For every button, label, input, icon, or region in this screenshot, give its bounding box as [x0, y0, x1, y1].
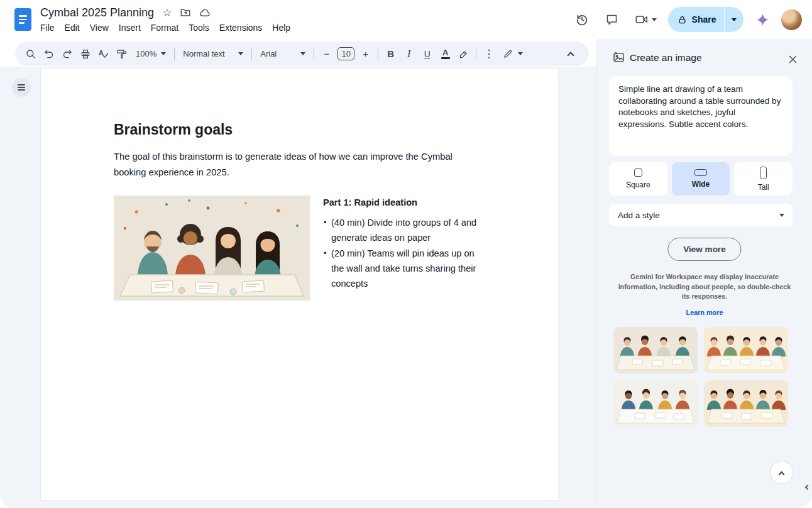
docs-logo-icon[interactable]: [14, 8, 31, 31]
generated-image-1[interactable]: [613, 327, 698, 373]
text-color-icon[interactable]: A: [437, 45, 454, 62]
view-more-button[interactable]: View more: [667, 238, 741, 261]
document-page[interactable]: Brainstorm goals The goal of this brains…: [40, 68, 559, 500]
search-icon[interactable]: [22, 45, 39, 62]
comments-icon[interactable]: [601, 8, 623, 31]
editing-mode-select[interactable]: [498, 45, 528, 62]
font-family-select[interactable]: Arial: [255, 45, 310, 62]
undo-icon[interactable]: [40, 45, 57, 62]
paragraph-style-select[interactable]: Normal text: [178, 45, 248, 62]
menu-file[interactable]: File: [35, 21, 60, 34]
toolbar-divider: [476, 48, 476, 60]
doc-right-column: Part 1: Rapid ideation (40 min) Divide i…: [323, 196, 479, 301]
aspect-tall-button[interactable]: Tall: [734, 162, 793, 196]
share-label: Share: [692, 14, 716, 25]
tall-shape-icon: [760, 167, 767, 179]
generated-images-grid: [613, 327, 788, 427]
version-history-icon[interactable]: [571, 8, 593, 31]
document-canvas: Brainstorm goals The goal of this brains…: [0, 67, 596, 508]
image-prompt-input[interactable]: Simple line art drawing of a team collab…: [618, 84, 783, 148]
aspect-square-button[interactable]: Square: [609, 162, 667, 196]
menu-bar: File Edit View Insert Format Tools Exten…: [35, 21, 295, 34]
google-docs-window: Cymbal 2025 Planning ☆ File Edit View In…: [0, 0, 812, 508]
document-title[interactable]: Cymbal 2025 Planning: [40, 6, 154, 19]
print-icon[interactable]: [77, 45, 94, 62]
doc-two-column-section: Part 1: Rapid ideation (40 min) Divide i…: [114, 196, 485, 301]
gemini-sparkle-icon[interactable]: [751, 8, 774, 31]
toolbar-divider: [251, 48, 252, 60]
aspect-ratio-group: Square Wide Tall: [609, 162, 793, 196]
pen-icon: [503, 48, 513, 59]
section-title[interactable]: Part 1: Rapid ideation: [323, 196, 479, 209]
team-illustration[interactable]: [114, 196, 310, 301]
cloud-status-icon[interactable]: [199, 7, 211, 19]
toolbar-divider: [378, 48, 378, 60]
generated-image-3[interactable]: [613, 380, 698, 427]
create-image-icon: [612, 51, 625, 67]
underline-icon[interactable]: U: [419, 45, 436, 62]
image-prompt-card: Simple line art drawing of a team collab…: [609, 76, 793, 156]
collapse-toolbar-icon[interactable]: [562, 45, 579, 62]
toolbar-divider: [314, 48, 314, 60]
learn-more-link[interactable]: Learn more: [597, 309, 812, 316]
add-style-select[interactable]: Add a style: [609, 204, 793, 226]
highlight-color-icon[interactable]: [455, 45, 472, 62]
increase-font-size-icon[interactable]: +: [357, 45, 374, 62]
wide-shape-icon: [694, 169, 707, 176]
panel-title: Create an image: [630, 52, 702, 64]
aspect-wide-button[interactable]: Wide: [672, 162, 730, 196]
formatting-toolbar: A 100% Normal text Arial − 10 + B I U A: [15, 41, 589, 66]
menu-view[interactable]: View: [85, 21, 114, 34]
menu-format[interactable]: Format: [146, 21, 184, 34]
create-image-panel: Create an image Simple line art drawing …: [596, 39, 812, 508]
menu-insert[interactable]: Insert: [114, 21, 146, 34]
paint-format-icon[interactable]: [113, 45, 130, 62]
generated-image-2[interactable]: [704, 327, 788, 373]
menu-help[interactable]: Help: [267, 21, 295, 34]
header-actions: Share: [571, 7, 802, 32]
bullet-list: (40 min) Divide into groups of 4 and gen…: [323, 215, 479, 291]
star-icon[interactable]: ☆: [162, 8, 172, 18]
generated-image-4[interactable]: [704, 380, 788, 427]
font-size-input[interactable]: 10: [337, 47, 354, 60]
menu-tools[interactable]: Tools: [184, 21, 214, 34]
square-shape-icon: [634, 168, 642, 177]
document-outline-button[interactable]: [12, 78, 31, 97]
move-folder-icon[interactable]: [180, 7, 191, 18]
zoom-select[interactable]: 100%: [131, 45, 171, 62]
title-area: Cymbal 2025 Planning ☆ File Edit View In…: [40, 4, 295, 34]
doc-heading[interactable]: Brainstorm goals: [114, 120, 485, 139]
dropdown-arrow-icon: [779, 214, 784, 217]
redo-icon[interactable]: [58, 45, 75, 62]
italic-icon[interactable]: I: [400, 45, 417, 62]
gemini-disclaimer: Gemini for Workspace may display inaccur…: [617, 272, 793, 302]
meet-dropdown-icon[interactable]: [652, 18, 657, 21]
share-dropdown-button[interactable]: [725, 7, 743, 32]
doc-intro-paragraph[interactable]: The goal of this brainstorm is to genera…: [114, 149, 453, 180]
menu-edit[interactable]: Edit: [60, 21, 85, 34]
decrease-font-size-icon[interactable]: −: [318, 45, 335, 62]
close-panel-icon[interactable]: [783, 50, 802, 69]
share-button[interactable]: Share: [668, 7, 743, 32]
toolbar-divider: [174, 48, 175, 60]
collapse-side-panel-icon[interactable]: [803, 480, 812, 495]
avatar[interactable]: [781, 9, 802, 30]
spellcheck-icon[interactable]: A: [95, 45, 112, 62]
bullet-item[interactable]: (40 min) Divide into groups of 4 and gen…: [323, 215, 479, 246]
bold-icon[interactable]: B: [382, 45, 399, 62]
bullet-item[interactable]: (20 min) Teams will pin ideas up on the …: [323, 246, 479, 292]
meet-presentation-button[interactable]: [631, 10, 661, 29]
top-bar: Cymbal 2025 Planning ☆ File Edit View In…: [0, 0, 812, 39]
menu-extensions[interactable]: Extensions: [214, 21, 267, 34]
lock-icon: [678, 15, 687, 25]
scroll-to-top-button[interactable]: [770, 461, 793, 484]
more-tools-icon[interactable]: ⋮: [480, 45, 497, 62]
